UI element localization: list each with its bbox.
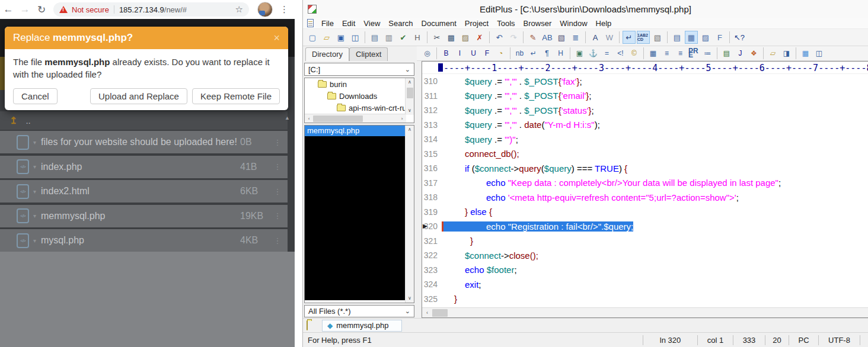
context-help-icon[interactable]: ↖? (733, 31, 746, 44)
file-row-memmysql.php[interactable]: </>▾memmysql.php19KB⋮ (0, 205, 288, 227)
code-line-313[interactable]: 313$query .= "','" . date("Y-m-d H:i:s")… (422, 118, 868, 133)
browser-menu-icon[interactable]: ⋮ (280, 4, 289, 15)
java-icon[interactable]: J (734, 47, 746, 60)
spell-check-icon[interactable]: ✔ (397, 31, 410, 44)
document-system-icon[interactable] (307, 19, 314, 27)
file-filter-select[interactable]: All Files (*.*) ⌄ (304, 305, 414, 317)
panel-splitter[interactable] (417, 61, 422, 318)
profile-avatar[interactable] (257, 2, 273, 17)
tree-horizontal-scrollbar[interactable]: ‹ › (305, 114, 406, 123)
not-secure-label[interactable]: Not secure (72, 5, 109, 14)
file-name[interactable]: mysql.php (41, 235, 84, 246)
tree-node-downloads[interactable]: Downloads (305, 90, 414, 102)
line-numbers-icon[interactable]: 1AB2CD (637, 31, 650, 44)
font-icon[interactable]: A (589, 31, 602, 44)
file-actions-icon[interactable]: ⋮ (267, 162, 288, 171)
drive-select[interactable]: [C:] ⌄ (304, 63, 414, 76)
anchor-icon[interactable]: ⚓ (587, 47, 599, 60)
menu-help[interactable]: Help (592, 19, 616, 28)
folder-tree[interactable]: burinDownloadsapi-ms-win-crt-runtim ∧ ∨ … (304, 78, 414, 123)
save-all-icon[interactable]: ◫ (349, 31, 362, 44)
underline-icon[interactable]: U (467, 47, 480, 60)
code-line-320[interactable]: ▶320echo "Registration : fail<br/>".$que… (422, 219, 868, 234)
open-file-icon[interactable]: ▱ (320, 31, 333, 44)
code-editor[interactable]: ----+----1----+----2----+----3----+----4… (422, 61, 868, 318)
code-line-314[interactable]: 314$query .= "')"; (422, 132, 868, 147)
menu-edit[interactable]: Edit (338, 19, 359, 28)
code-line-317[interactable]: 317echo "Keep data : completely<br/>Your… (422, 176, 868, 191)
heading-icon[interactable]: H (554, 47, 567, 60)
code-line-311[interactable]: 311$query .= "','" . $_POST{'email'}; (422, 89, 868, 104)
code-line-323[interactable]: 323echo $footer; (422, 263, 868, 278)
file-actions-icon[interactable]: ⋮ (267, 211, 288, 220)
scroll-right-icon[interactable]: › (398, 116, 406, 121)
scrollbar-thumb[interactable] (407, 88, 413, 98)
scroll-up-icon[interactable]: ∧ (408, 126, 411, 134)
file-row-index2.html[interactable]: </>▾index2.html6KB⋮ (0, 180, 288, 203)
redo-icon[interactable]: ↷ (507, 31, 520, 44)
tree-node-api-ms-win-crt-runtim[interactable]: api-ms-win-crt-runtim (305, 102, 414, 114)
reload-icon[interactable]: ↻ (33, 4, 50, 16)
folder-view-icon[interactable]: ▱ (767, 47, 779, 60)
file-name[interactable]: files for your website should be uploade… (41, 137, 237, 147)
not-secure-warning-icon[interactable] (59, 6, 68, 13)
cut-icon[interactable]: ✂ (430, 31, 443, 44)
menu-file[interactable]: File (317, 19, 338, 28)
comment-icon[interactable]: <! (614, 47, 627, 60)
delete-icon[interactable]: ✗ (473, 31, 486, 44)
code-line-316[interactable]: 316if ($connect->query($query) === TRUE)… (422, 161, 868, 176)
file-row-index.php[interactable]: </>▾index.php41B⋮ (0, 156, 288, 178)
cancel-button[interactable]: Cancel (13, 88, 58, 104)
image-icon[interactable]: ▣ (573, 47, 586, 60)
table-icon[interactable]: ▦ (647, 47, 659, 60)
code-line-324[interactable]: 324exit; (422, 277, 868, 292)
document-tab-memmysql[interactable]: ◆ memmysql.php (322, 320, 402, 332)
copyright-icon[interactable]: © (628, 47, 640, 60)
code-line-310[interactable]: 310$query .= "','" . $_POST{'fax'}; (422, 74, 868, 89)
frame-icon[interactable]: ◫ (813, 47, 825, 60)
tab-cliptext[interactable]: Cliptext (349, 47, 388, 61)
tree-node-burin[interactable]: burin (305, 78, 414, 90)
file-name[interactable]: index2.html (41, 186, 90, 197)
file-row-files[interactable]: ▾files for your website should be upload… (0, 131, 288, 153)
script-icon[interactable]: ▤ (720, 47, 733, 60)
toggle-directory-icon[interactable]: ▦ (685, 31, 698, 44)
menu-search[interactable]: Search (384, 19, 417, 28)
menu-project[interactable]: Project (461, 19, 493, 28)
scroll-down-icon[interactable]: ∨ (408, 107, 411, 115)
code-line-312[interactable]: 312$query .= "','" . $_POST{'status'}; (422, 103, 868, 118)
file-name[interactable]: memmysql.php (41, 211, 105, 221)
scrollbar-thumb[interactable] (432, 309, 448, 317)
scrollbar-thumb[interactable] (313, 115, 363, 122)
address-bar[interactable]: Not secure 185.27.134.9/new/# ☆ (53, 2, 249, 17)
italic-icon[interactable]: I (454, 47, 466, 60)
scroll-left-icon[interactable]: ‹ (305, 116, 313, 121)
scroll-up-icon[interactable]: ∧ (408, 78, 411, 86)
file-actions-icon[interactable]: ⋮ (267, 236, 288, 245)
menu-window[interactable]: Window (556, 19, 591, 28)
tab-directory[interactable]: Directory (305, 47, 349, 62)
nonbreaking-space-icon[interactable]: nb (513, 47, 526, 60)
filelist-vertical-scrollbar[interactable]: ∧ ∨ (405, 126, 414, 303)
new-document-icon[interactable]: ▢ (306, 31, 319, 44)
code-line-322[interactable]: 322$connect->close(); (422, 248, 868, 263)
line-break-icon[interactable]: ↵ (527, 47, 540, 60)
file-chevron-icon[interactable]: ▾ (33, 163, 36, 170)
scroll-down-icon[interactable]: ∨ (408, 294, 411, 303)
replace-icon[interactable]: AB (541, 31, 554, 44)
mark-icon[interactable]: ✎ (526, 31, 540, 44)
file-chevron-icon[interactable]: ▾ (33, 213, 36, 219)
copy-icon[interactable]: ▩ (445, 31, 458, 44)
file-chevron-icon[interactable]: ▾ (33, 139, 36, 146)
toggle-doc-list-icon[interactable]: ▤ (671, 31, 684, 44)
paragraph-icon[interactable]: ¶ (541, 47, 553, 60)
forward-icon[interactable]: → (17, 4, 33, 15)
code-line-325[interactable]: 325} (422, 292, 868, 307)
print-preview-icon[interactable]: ▤ (368, 31, 381, 44)
keep-remote-file-button[interactable]: Keep Remote File (192, 88, 280, 104)
parent-directory-row[interactable]: ↥ .. (0, 111, 288, 130)
dialog-close-icon[interactable]: × (273, 32, 280, 44)
selected-file-item[interactable]: memmysql.php (305, 126, 405, 136)
file-list-panel[interactable]: memmysql.php ∧ ∨ (304, 125, 414, 303)
upload-and-replace-button[interactable]: Upload and Replace (90, 88, 187, 104)
